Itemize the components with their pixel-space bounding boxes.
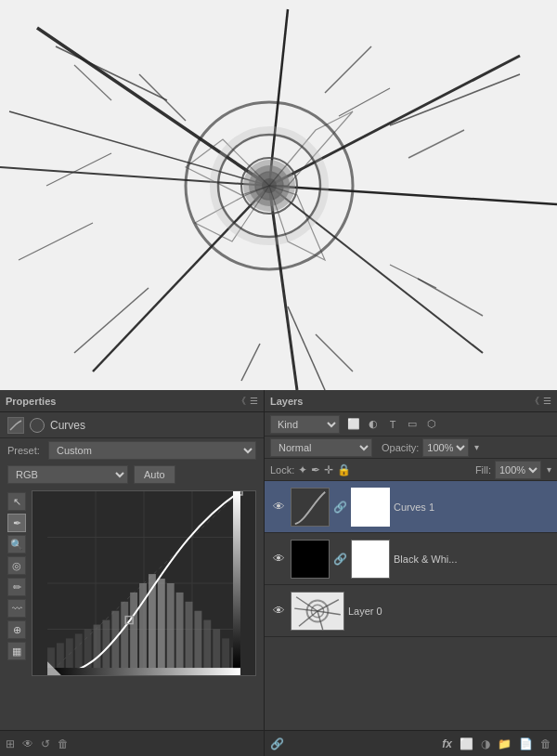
blend-mode-select[interactable]: Normal Dissolve Multiply Screen Overlay	[270, 438, 372, 457]
eyedropper-minus-tool[interactable]: ◎	[7, 556, 26, 575]
svg-rect-64	[203, 620, 211, 675]
blend-mode-row: Normal Dissolve Multiply Screen Overlay …	[265, 437, 557, 459]
layer-thumb-area-layer0	[291, 592, 344, 631]
layers-menu-btn[interactable]: ☰	[543, 396, 551, 406]
layer-item-bw[interactable]: 👁 🔗 Black & Whi...	[265, 533, 557, 585]
layers-bottom-right-icons: fx ⬜ ◑ 📁 📄 🗑	[442, 737, 551, 750]
cracked-glass-image	[0, 0, 557, 390]
lock-paint-icon[interactable]: ✒	[311, 463, 320, 476]
link-icon[interactable]: 🔗	[270, 737, 284, 750]
smartobject-icon[interactable]: ⬡	[423, 416, 440, 433]
eyedropper-tool[interactable]: ✒	[7, 514, 26, 532]
layer-name-layer0: Layer 0	[348, 606, 551, 617]
lock-label: Lock:	[270, 464, 294, 476]
kind-row: Kind ⬜ ◐ T ▭ ⬡	[265, 412, 557, 437]
clip-icon[interactable]: ⊞	[6, 737, 15, 750]
layer-thumb-area-curves1: 🔗	[291, 488, 390, 527]
fill-arrow[interactable]: ▾	[547, 464, 551, 475]
layer-thumb-curves1	[291, 488, 330, 527]
layer-eye-bw[interactable]: 👁	[270, 551, 287, 567]
svg-rect-70	[47, 668, 240, 675]
preset-label: Preset:	[7, 445, 43, 456]
curves-adj-icon	[7, 417, 24, 434]
add-mask-icon[interactable]: ⬜	[460, 737, 473, 750]
layers-bottom-left-icons: 🔗	[270, 737, 284, 750]
target-tool[interactable]: ⊕	[7, 620, 26, 639]
layer-thumb-area-bw: 🔗	[291, 540, 390, 579]
opacity-label: Opacity:	[382, 442, 419, 453]
new-group-icon[interactable]: 📁	[498, 737, 512, 750]
lock-row: Lock: ✦ ✒ ✛ 🔒 Fill: 100% 75% 50% ▾	[265, 459, 557, 481]
properties-panel-header: Properties 《 ☰	[0, 390, 264, 412]
lock-icons: ✦ ✒ ✛ 🔒	[298, 463, 351, 476]
properties-collapse-btn[interactable]: 《	[237, 395, 246, 408]
properties-menu-btn[interactable]: ☰	[250, 396, 258, 406]
new-layer-icon[interactable]: 📄	[519, 737, 533, 750]
svg-rect-54	[111, 611, 119, 675]
properties-header-icons: 《 ☰	[237, 395, 258, 408]
delete-layer-icon[interactable]: 🗑	[540, 737, 551, 750]
layer-chain-bw[interactable]: 🔗	[331, 553, 349, 566]
svg-rect-52	[94, 625, 101, 675]
opacity-arrow[interactable]: ▾	[474, 442, 479, 452]
canvas-area	[0, 0, 557, 390]
preset-row: Preset: Custom	[0, 438, 264, 463]
kind-icons: ⬜ ◐ T ▭ ⬡	[345, 416, 440, 433]
pointer-tool[interactable]: ↖	[7, 492, 26, 511]
layer-mask-bw	[351, 540, 390, 579]
layers-list: 👁 🔗 Curves 1 👁	[265, 481, 557, 730]
svg-rect-60	[167, 583, 175, 675]
eyedropper-plus-tool[interactable]: 🔍	[7, 535, 26, 554]
svg-rect-56	[130, 593, 137, 675]
curves-header: Curves	[0, 412, 264, 438]
opacity-select[interactable]: 100% 75% 50% 25%	[422, 438, 469, 457]
fill-label: Fill:	[475, 464, 491, 476]
shape-icon[interactable]: ▭	[404, 416, 421, 433]
kind-select[interactable]: Kind	[270, 415, 340, 434]
layer-name-curves1: Curves 1	[394, 502, 551, 513]
layers-title: Layers	[270, 396, 303, 407]
layer-name-bw: Black & Whi...	[394, 554, 551, 565]
svg-rect-55	[121, 602, 128, 675]
fill-select[interactable]: 100% 75% 50%	[495, 461, 541, 479]
pixel-icon[interactable]: ⬜	[345, 416, 362, 433]
layer-eye-layer0[interactable]: 👁	[270, 603, 287, 619]
histogram-icon: ▦	[7, 642, 26, 660]
auto-button[interactable]: Auto	[134, 465, 175, 484]
type-icon[interactable]: T	[384, 416, 401, 433]
layer-item-curves1[interactable]: 👁 🔗 Curves 1	[265, 481, 557, 533]
channel-select[interactable]: RGB Red Green Blue	[7, 465, 128, 484]
svg-rect-61	[176, 593, 184, 675]
lock-all-icon[interactable]: 🔒	[337, 463, 351, 476]
layers-panel-header: Layers 《 ☰	[265, 390, 557, 412]
lock-pixels-icon[interactable]: ✦	[298, 463, 307, 476]
eye-icon[interactable]: 👁	[22, 737, 33, 750]
layers-header-icons: 《 ☰	[530, 395, 551, 408]
properties-title: Properties	[6, 396, 56, 407]
layer-item-layer0[interactable]: 👁	[265, 585, 557, 637]
pencil-tool[interactable]: ✏	[7, 578, 26, 596]
smooth-tool[interactable]: 〰	[7, 599, 26, 618]
properties-bottom-toolbar: ⊞ 👁 ↺ 🗑	[0, 730, 264, 756]
layer-eye-curves1[interactable]: 👁	[270, 499, 287, 515]
delete-icon[interactable]: 🗑	[58, 737, 69, 750]
lock-move-icon[interactable]: ✛	[324, 463, 333, 476]
curves-workspace: ↖ ✒ 🔍 ◎ ✏ 〰 ⊕ ▦	[0, 487, 264, 730]
curves-circle-icon	[30, 418, 45, 433]
adjustment-layer-icon[interactable]: ◑	[481, 737, 490, 750]
fx-icon[interactable]: fx	[442, 737, 452, 750]
svg-rect-71	[233, 491, 240, 668]
layer-thumb-layer0	[291, 592, 344, 631]
layers-panel: Layers 《 ☰ Kind ⬜ ◐ T ▭ ⬡ Normal Dissol	[265, 390, 557, 756]
layer-chain-curves1[interactable]: 🔗	[331, 501, 349, 514]
adjustment-icon[interactable]: ◐	[365, 416, 382, 433]
rgb-row: RGB Red Green Blue Auto	[0, 463, 264, 487]
preset-select[interactable]: Custom	[48, 441, 256, 460]
layers-collapse-btn[interactable]: 《	[530, 395, 539, 408]
layers-bottom-toolbar: 🔗 fx ⬜ ◑ 📁 📄 🗑	[265, 730, 557, 756]
curves-graph[interactable]	[32, 490, 256, 676]
svg-rect-63	[194, 611, 201, 675]
layer-mask-curves1	[351, 488, 390, 527]
svg-rect-59	[158, 579, 165, 675]
reset-icon[interactable]: ↺	[41, 737, 50, 750]
